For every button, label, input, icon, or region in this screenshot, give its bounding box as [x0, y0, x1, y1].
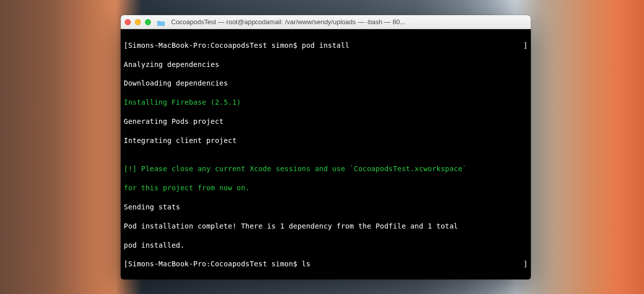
- terminal-line: [Simons-MacBook-Pro:CocoapodsTest simon$…: [124, 259, 528, 269]
- terminal-line: Analyzing dependencies: [124, 60, 528, 69]
- bracket: [: [124, 260, 128, 268]
- terminal-line: pod installed.: [124, 241, 528, 250]
- terminal-line: Integrating client project: [124, 136, 528, 145]
- terminal-line: CocoapodsTest Podfile: [124, 278, 528, 279]
- command-text: ls: [302, 260, 310, 268]
- terminal-line: [Simons-MacBook-Pro:CocoapodsTest simon$…: [124, 41, 528, 50]
- terminal-line: Downloading dependencies: [124, 79, 528, 88]
- terminal-line: Installing Firebase (2.5.1): [124, 98, 528, 107]
- bracket: [: [124, 41, 128, 49]
- window-titlebar[interactable]: CocoapodsTest — root@appcodamail: /var/w…: [121, 15, 531, 29]
- terminal-line: Generating Pods project: [124, 117, 528, 126]
- close-button[interactable]: [125, 19, 131, 25]
- terminal-line: Pod installation complete! There is 1 de…: [124, 222, 528, 231]
- traffic-lights: [125, 19, 151, 25]
- terminal-output[interactable]: [Simons-MacBook-Pro:CocoapodsTest simon$…: [121, 29, 531, 279]
- shell-prompt: Simons-MacBook-Pro:CocoapodsTest simon$: [128, 41, 302, 49]
- window-title: CocoapodsTest — root@appcodamail: /var/w…: [169, 18, 527, 26]
- terminal-line: [!] Please close any current Xcode sessi…: [124, 164, 528, 174]
- terminal-line: for this project from now on.: [124, 183, 528, 193]
- terminal-line: Sending stats: [124, 202, 528, 212]
- command-text: pod install: [302, 41, 350, 49]
- maximize-button[interactable]: [145, 19, 151, 25]
- folder-icon: [157, 19, 165, 25]
- terminal-window: CocoapodsTest — root@appcodamail: /var/w…: [121, 15, 531, 279]
- shell-prompt: Simons-MacBook-Pro:CocoapodsTest simon$: [128, 260, 302, 268]
- minimize-button[interactable]: [135, 19, 141, 25]
- bracket: ]: [523, 41, 528, 50]
- bracket: ]: [523, 259, 528, 269]
